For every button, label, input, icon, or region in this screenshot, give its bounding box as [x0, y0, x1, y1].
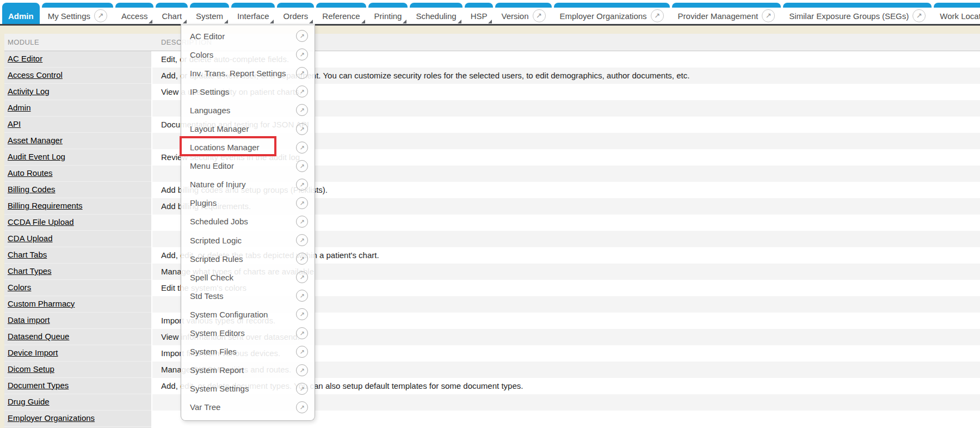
menu-item-label: Layout Manager: [190, 124, 249, 133]
menu-item-var-tree[interactable]: Var Tree ↗: [181, 398, 315, 417]
module-link-device-import[interactable]: Device Import: [8, 348, 58, 357]
menu-item-layout-manager[interactable]: Layout Manager ↗: [181, 119, 315, 138]
menu-item-colors[interactable]: Colors ↗: [181, 45, 315, 64]
menu-item-label: System Settings: [190, 384, 249, 393]
module-link-employer-organizations[interactable]: Employer Organizations: [8, 413, 95, 423]
menu-item-label: Nature of Injury: [190, 180, 246, 189]
menu-item-nature-of-injury[interactable]: Nature of Injury ↗: [181, 175, 315, 194]
module-link-billing-codes[interactable]: Billing Codes: [8, 185, 56, 194]
module-link-dicom-setup[interactable]: Dicom Setup: [8, 364, 54, 374]
system-dropdown-menu: AC Editor ↗ Colors ↗ Inv. Trans. Report …: [181, 24, 315, 421]
module-link-chart-tabs[interactable]: Chart Tabs: [8, 250, 47, 259]
external-link-icon: ↗: [296, 327, 308, 339]
tab-label: Employer Organizations: [560, 11, 647, 21]
module-link-billing-requirements[interactable]: Billing Requirements: [8, 201, 83, 210]
module-row: Datasend Queue: [4, 329, 151, 345]
menu-item-ac-editor[interactable]: AC Editor ↗: [181, 27, 315, 45]
module-link-ccda-file-upload[interactable]: CCDA File Upload: [8, 217, 74, 227]
tab-access[interactable]: Access ↗: [115, 3, 153, 24]
menu-item-label: Colors: [190, 50, 213, 59]
module-row: Data import: [4, 313, 151, 329]
module-link-data-import[interactable]: Data import: [8, 315, 50, 325]
menu-item-system-configuration[interactable]: System Configuration ↗: [181, 305, 315, 323]
module-row: AC Editor: [4, 51, 151, 68]
dropdown-corner-icon: [270, 20, 274, 23]
menu-item-system-report[interactable]: System Report ↗: [181, 361, 315, 380]
module-link-drug-guide[interactable]: Drug Guide: [8, 397, 50, 406]
tab-version[interactable]: Version ↗: [495, 3, 551, 24]
tab-label: Orders: [283, 11, 308, 21]
module-link-colors[interactable]: Colors: [8, 283, 31, 292]
tab-label: Similar Exposure Groups (SEGs): [789, 11, 909, 21]
tab-hsp[interactable]: HSP ↗: [465, 3, 494, 24]
tab-system[interactable]: System ↗: [190, 3, 229, 24]
tab-label: Provider Management: [678, 11, 759, 21]
dropdown-corner-icon: [458, 20, 461, 23]
external-link-icon: ↗: [296, 364, 308, 376]
tab-label: Scheduling: [416, 11, 456, 21]
tab-reference[interactable]: Reference ↗: [316, 3, 366, 24]
external-link-icon: ↗: [296, 290, 308, 302]
external-link-icon: ↗: [296, 104, 308, 116]
tab-scheduling[interactable]: Scheduling ↗: [410, 3, 462, 24]
menu-item-label: Scripted Logic: [190, 236, 242, 245]
tab-label: Chart: [162, 11, 182, 21]
tab-my-settings[interactable]: My Settings ↗: [42, 3, 113, 24]
menu-item-spell-check[interactable]: Spell Check ↗: [181, 268, 315, 286]
module-link-chart-types[interactable]: Chart Types: [8, 266, 52, 276]
module-link-access-control[interactable]: Access Control: [8, 70, 63, 80]
menu-item-label: Inv. Trans. Report Settings: [190, 69, 286, 78]
tab-chart[interactable]: Chart ↗: [156, 3, 188, 24]
menu-item-system-editors[interactable]: System Editors ↗: [181, 324, 315, 343]
tab-interface[interactable]: Interface ↗: [231, 3, 275, 24]
menu-item-scripted-logic[interactable]: Scripted Logic ↗: [181, 231, 315, 249]
menu-item-plugins[interactable]: Plugins ↗: [181, 194, 315, 212]
menu-item-inv-trans-report-settings[interactable]: Inv. Trans. Report Settings ↗: [181, 64, 315, 82]
tab-printing[interactable]: Printing ↗: [368, 3, 408, 24]
external-link-icon: ↗: [296, 346, 308, 358]
module-link-activity-log[interactable]: Activity Log: [8, 87, 50, 96]
module-link-datasend-queue[interactable]: Datasend Queue: [8, 332, 69, 341]
menu-item-system-settings[interactable]: System Settings ↗: [181, 380, 315, 398]
menu-item-system-files[interactable]: System Files ↗: [181, 343, 315, 361]
module-row: API: [4, 117, 151, 133]
menu-item-menu-editor[interactable]: Menu Editor ↗: [181, 157, 315, 175]
module-link-auto-routes[interactable]: Auto Routes: [8, 168, 53, 178]
module-link-api[interactable]: API: [8, 119, 21, 129]
module-link-admin[interactable]: Admin: [8, 103, 31, 112]
module-link-asset-manager[interactable]: Asset Manager: [8, 136, 63, 145]
tab-label: Printing: [374, 11, 402, 21]
admin-page: Admin ↗ My Settings ↗ Access ↗ Chart ↗ S…: [0, 0, 980, 428]
external-link-icon: ↗: [296, 30, 308, 42]
external-link-icon: ↗: [762, 9, 775, 22]
tab-similar-exposure-groups-segs[interactable]: Similar Exposure Groups (SEGs) ↗: [783, 3, 932, 24]
menu-item-scheduled-jobs[interactable]: Scheduled Jobs ↗: [181, 212, 315, 231]
external-link-icon: ↗: [296, 401, 308, 413]
menu-item-ip-settings[interactable]: IP Settings ↗: [181, 82, 315, 101]
menu-item-scripted-rules[interactable]: Scripted Rules ↗: [181, 249, 315, 268]
module-row: CDA Upload: [4, 231, 151, 247]
external-link-icon: ↗: [651, 9, 664, 22]
external-link-icon: ↗: [296, 308, 308, 320]
module-link-custom-pharmacy[interactable]: Custom Pharmacy: [8, 299, 75, 308]
module-row: Asset Manager: [4, 133, 151, 149]
external-link-icon: ↗: [296, 197, 308, 209]
module-link-audit-event-log[interactable]: Audit Event Log: [8, 152, 65, 161]
tab-admin[interactable]: Admin ↗: [2, 3, 40, 24]
menu-item-std-tests[interactable]: Std Tests ↗: [181, 286, 315, 305]
external-link-icon: ↗: [296, 234, 308, 246]
module-link-ac-editor[interactable]: AC Editor: [8, 54, 42, 63]
module-row: Access Control: [4, 68, 151, 84]
menu-item-label: System Report: [190, 365, 244, 375]
external-link-icon: ↗: [296, 271, 308, 283]
tab-work-locations[interactable]: Work Locations ↗: [934, 3, 980, 24]
external-link-icon: ↗: [533, 9, 546, 22]
tab-employer-organizations[interactable]: Employer Organizations ↗: [554, 3, 670, 24]
module-link-cda-upload[interactable]: CDA Upload: [8, 234, 53, 243]
tab-provider-management[interactable]: Provider Management ↗: [672, 3, 781, 24]
module-row: Colors: [4, 280, 151, 296]
module-link-document-types[interactable]: Document Types: [8, 381, 69, 390]
menu-item-label: Var Tree: [190, 402, 220, 412]
tab-orders[interactable]: Orders ↗: [277, 3, 314, 24]
menu-item-languages[interactable]: Languages ↗: [181, 101, 315, 119]
